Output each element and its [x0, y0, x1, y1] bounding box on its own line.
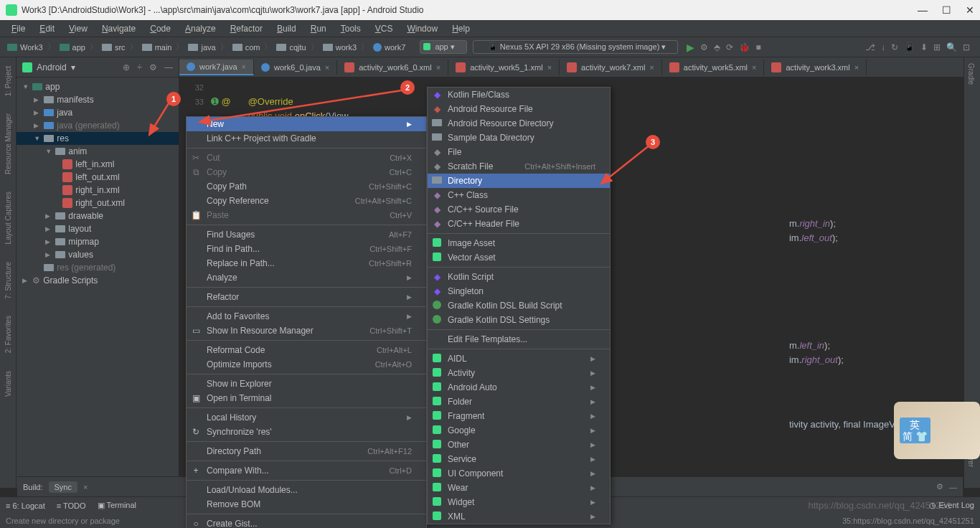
tree-java-gen[interactable]: ▶java (generated): [17, 119, 179, 132]
ctx-find-in-path-[interactable]: Find in Path...Ctrl+Shift+F: [187, 242, 426, 256]
breadcrumb-java[interactable]: java: [185, 42, 218, 53]
tree-drawable[interactable]: ▶drawable: [17, 209, 179, 222]
menu-analyze[interactable]: Analyze: [179, 22, 222, 35]
breadcrumb-Work3[interactable]: Work3: [4, 42, 46, 53]
terminal-tab[interactable]: ▣ Terminal: [98, 501, 136, 510]
tree-right-in[interactable]: right_in.xml: [17, 184, 179, 197]
hide-icon[interactable]: —: [164, 62, 173, 72]
ctx-reformat-code[interactable]: Reformat CodeCtrl+Alt+L: [187, 343, 426, 357]
maximize-button[interactable]: ☐: [942, 4, 951, 16]
favorites-tab[interactable]: 2: Favorites: [4, 313, 12, 356]
ctx-add-to-favorites[interactable]: Add to Favorites▶: [187, 309, 426, 324]
ctx-synchronize-res-[interactable]: ↻Synchronize 'res': [187, 425, 426, 439]
new-file[interactable]: ◆File: [428, 145, 610, 159]
breadcrumb-src[interactable]: src: [99, 42, 128, 53]
breadcrumb-main[interactable]: main: [139, 42, 175, 53]
new-gradle-kotlin-dsl-build-script[interactable]: Gradle Kotlin DSL Build Script: [428, 298, 610, 313]
resource-manager-tab[interactable]: Resource Manager: [4, 110, 12, 177]
ctx-link-c-project-with-gradle[interactable]: Link C++ Project with Gradle: [187, 131, 426, 146]
new-c-class[interactable]: ◆C++ Class: [428, 188, 610, 202]
new-vector-asset[interactable]: Vector Asset: [428, 250, 610, 265]
new-aidl[interactable]: AIDL▶: [428, 352, 610, 366]
menu-edit[interactable]: Edit: [34, 22, 60, 35]
new-kotlin-file-class[interactable]: ◆Kotlin File/Class: [428, 88, 610, 102]
run-icon[interactable]: ▶: [687, 42, 694, 53]
menu-file[interactable]: File: [6, 22, 31, 35]
tree-layout[interactable]: ▶layout: [17, 222, 179, 235]
tree-values[interactable]: ▶values: [17, 248, 179, 261]
ctx-copy-reference[interactable]: Copy ReferenceCtrl+Alt+Shift+C: [187, 194, 426, 208]
coverage-icon[interactable]: ⟳: [726, 42, 733, 52]
todo-tab[interactable]: ≡ TODO: [57, 501, 86, 510]
device-dropdown[interactable]: 📱 Nexus 5X API 29 x86 (Missing system im…: [473, 40, 679, 54]
new-widget[interactable]: Widget▶: [428, 495, 610, 509]
ctx-copy[interactable]: ⧉CopyCtrl+C: [187, 165, 426, 179]
new-sample-data-directory[interactable]: Sample Data Directory: [428, 131, 610, 145]
gradle-tab[interactable]: Gradle: [964, 57, 978, 90]
breadcrumb-app[interactable]: app: [57, 42, 88, 53]
tab-work6_0.java[interactable]: work6_0.java×: [254, 60, 337, 75]
menu-refactor[interactable]: Refactor: [225, 22, 268, 35]
run-config-dropdown[interactable]: app ▾: [420, 40, 466, 54]
variants-tab[interactable]: Variants: [4, 368, 12, 400]
ctx-copy-path[interactable]: Copy PathCtrl+Shift+C: [187, 179, 426, 194]
hide-build[interactable]: —: [949, 483, 957, 491]
tab-activity_work6_0.xml[interactable]: activity_work6_0.xml×: [337, 60, 448, 75]
sync-tab[interactable]: Sync: [49, 481, 77, 493]
new-gradle-kotlin-dsl-settings[interactable]: Gradle Kotlin DSL Settings: [428, 313, 610, 327]
new-singleton[interactable]: ◆Singleton: [428, 284, 610, 298]
new-android-resource-directory[interactable]: Android Resource Directory: [428, 116, 610, 131]
tab-activity_work5.xml[interactable]: activity_work5.xml×: [662, 60, 765, 75]
tab-work7.java[interactable]: work7.java×: [179, 60, 254, 75]
new-image-asset[interactable]: Image Asset: [428, 236, 610, 250]
minimize-button[interactable]: —: [918, 4, 928, 16]
structure-icon[interactable]: ⊞: [933, 42, 941, 52]
stop-icon[interactable]: ■: [755, 42, 760, 52]
new-ui-component[interactable]: UI Component▶: [428, 466, 610, 481]
ctx-open-in-terminal[interactable]: ▣Open in Terminal: [187, 391, 426, 405]
structure-tab[interactable]: 7: Structure: [4, 259, 12, 302]
tab-activity_work5_1.xml[interactable]: activity_work5_1.xml×: [448, 60, 560, 75]
ctx-analyze[interactable]: Analyze▶: [187, 270, 426, 285]
menu-tools[interactable]: Tools: [335, 22, 367, 35]
ctx-paste[interactable]: 📋PasteCtrl+V: [187, 208, 426, 222]
close-sync[interactable]: ×: [83, 483, 88, 491]
ctx-find-usages[interactable]: Find UsagesAlt+F7: [187, 227, 426, 242]
breadcrumb-com[interactable]: com: [230, 42, 263, 53]
menu-vcs[interactable]: VCS: [369, 22, 399, 35]
ctx-local-history[interactable]: Local History▶: [187, 410, 426, 425]
divide-icon[interactable]: ÷: [137, 62, 142, 72]
ctx-cut[interactable]: ✂CutCtrl+X: [187, 151, 426, 165]
menu-navigate[interactable]: Navigate: [96, 22, 141, 35]
new-other[interactable]: Other▶: [428, 438, 610, 452]
new-c-c-source-file[interactable]: ◆C/C++ Source File: [428, 202, 610, 217]
ctx-compare-with-[interactable]: +Compare With...Ctrl+D: [187, 463, 426, 478]
tree-res[interactable]: ▼res: [17, 132, 179, 145]
avd-icon[interactable]: 📱: [904, 42, 915, 52]
new-android-auto[interactable]: Android Auto▶: [428, 380, 610, 395]
debug-icon[interactable]: ⚙: [700, 42, 708, 52]
ctx-load-unload-modules-[interactable]: Load/Unload Modules...: [187, 483, 426, 497]
ctx-show-in-resource-manager[interactable]: ▭Show In Resource ManagerCtrl+Shift+T: [187, 324, 426, 338]
logcat-tab[interactable]: ≡ 6: Logcat: [6, 501, 45, 510]
tree-left-in[interactable]: left_in.xml: [17, 158, 179, 171]
assistant-widget[interactable]: 英简 👕: [894, 402, 980, 459]
project-view-label[interactable]: Android: [37, 62, 66, 72]
tab-activity_work7.xml[interactable]: activity_work7.xml×: [560, 60, 662, 75]
new-google[interactable]: Google▶: [428, 423, 610, 438]
ctx-optimize-imports[interactable]: Optimize ImportsCtrl+Alt+O: [187, 357, 426, 372]
close-button[interactable]: ✕: [966, 4, 974, 16]
new-service[interactable]: Service▶: [428, 452, 610, 466]
new-folder[interactable]: Folder▶: [428, 395, 610, 409]
project-tab[interactable]: 1: Project: [4, 63, 12, 99]
menu-build[interactable]: Build: [271, 22, 302, 35]
new-activity[interactable]: Activity▶: [428, 366, 610, 380]
menu-help[interactable]: Help: [446, 22, 476, 35]
new-c-c-header-file[interactable]: ◆C/C++ Header File: [428, 217, 610, 231]
vcs-icon[interactable]: ⎇: [865, 42, 875, 52]
menu-icon[interactable]: ⊡: [963, 42, 970, 52]
new-fragment[interactable]: Fragment▶: [428, 409, 610, 423]
ctx-remove-bom[interactable]: Remove BOM: [187, 497, 426, 512]
new-wear[interactable]: Wear▶: [428, 481, 610, 495]
search-icon[interactable]: 🔍: [946, 42, 957, 52]
